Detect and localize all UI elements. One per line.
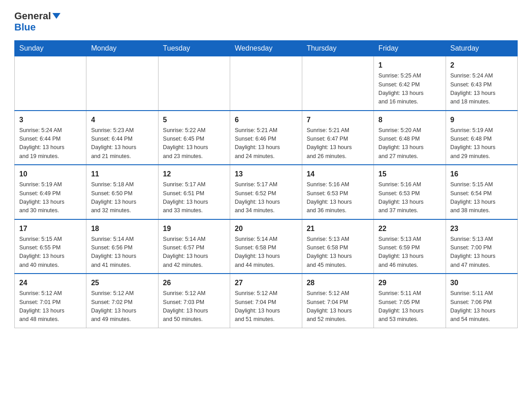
day-info: Sunrise: 5:23 AM Sunset: 6:44 PM Dayligh…	[91, 126, 153, 161]
calendar-table: SundayMondayTuesdayWednesdayThursdayFrid…	[14, 40, 518, 328]
day-info: Sunrise: 5:21 AM Sunset: 6:46 PM Dayligh…	[235, 126, 297, 161]
logo: General Blue	[14, 11, 60, 33]
day-info: Sunrise: 5:11 AM Sunset: 7:05 PM Dayligh…	[378, 289, 441, 324]
day-number: 3	[19, 115, 82, 125]
day-number: 23	[450, 223, 513, 234]
day-number: 13	[235, 169, 297, 180]
day-info: Sunrise: 5:12 AM Sunset: 7:04 PM Dayligh…	[235, 289, 297, 324]
calendar-week-row: 1Sunrise: 5:25 AM Sunset: 6:42 PM Daylig…	[15, 56, 518, 111]
day-number: 30	[450, 278, 513, 288]
day-number: 19	[163, 223, 225, 234]
calendar-week-row: 10Sunrise: 5:19 AM Sunset: 6:49 PM Dayli…	[15, 165, 518, 219]
calendar-cell: 20Sunrise: 5:14 AM Sunset: 6:58 PM Dayli…	[230, 219, 302, 274]
weekday-header-sunday: Sunday	[15, 41, 86, 56]
day-info: Sunrise: 5:24 AM Sunset: 6:43 PM Dayligh…	[450, 72, 513, 107]
weekday-header-friday: Friday	[374, 41, 446, 56]
calendar-cell: 12Sunrise: 5:17 AM Sunset: 6:51 PM Dayli…	[158, 165, 230, 219]
calendar-cell: 10Sunrise: 5:19 AM Sunset: 6:49 PM Dayli…	[15, 165, 86, 219]
day-info: Sunrise: 5:18 AM Sunset: 6:50 PM Dayligh…	[91, 180, 153, 215]
day-info: Sunrise: 5:17 AM Sunset: 6:51 PM Dayligh…	[163, 180, 225, 215]
day-info: Sunrise: 5:12 AM Sunset: 7:01 PM Dayligh…	[19, 289, 82, 324]
day-info: Sunrise: 5:13 AM Sunset: 6:58 PM Dayligh…	[307, 235, 369, 270]
calendar-cell: 23Sunrise: 5:13 AM Sunset: 7:00 PM Dayli…	[446, 219, 517, 274]
day-number: 26	[163, 278, 225, 288]
calendar-cell: 30Sunrise: 5:11 AM Sunset: 7:06 PM Dayli…	[446, 274, 517, 328]
day-number: 20	[235, 223, 297, 234]
calendar-header-row: SundayMondayTuesdayWednesdayThursdayFrid…	[15, 41, 518, 56]
day-number: 27	[235, 278, 297, 288]
calendar-cell: 29Sunrise: 5:11 AM Sunset: 7:05 PM Dayli…	[374, 274, 446, 328]
day-info: Sunrise: 5:17 AM Sunset: 6:52 PM Dayligh…	[235, 180, 297, 215]
calendar-cell: 1Sunrise: 5:25 AM Sunset: 6:42 PM Daylig…	[374, 56, 446, 111]
calendar-cell: 27Sunrise: 5:12 AM Sunset: 7:04 PM Dayli…	[230, 274, 302, 328]
day-info: Sunrise: 5:13 AM Sunset: 7:00 PM Dayligh…	[450, 235, 513, 270]
calendar-cell: 8Sunrise: 5:20 AM Sunset: 6:48 PM Daylig…	[374, 111, 446, 165]
day-info: Sunrise: 5:25 AM Sunset: 6:42 PM Dayligh…	[378, 72, 441, 107]
calendar-cell: 22Sunrise: 5:13 AM Sunset: 6:59 PM Dayli…	[374, 219, 446, 274]
calendar-cell: 17Sunrise: 5:15 AM Sunset: 6:55 PM Dayli…	[15, 219, 86, 274]
day-info: Sunrise: 5:12 AM Sunset: 7:04 PM Dayligh…	[307, 289, 369, 324]
calendar-cell: 3Sunrise: 5:24 AM Sunset: 6:44 PM Daylig…	[15, 111, 86, 165]
day-info: Sunrise: 5:20 AM Sunset: 6:48 PM Dayligh…	[378, 126, 441, 161]
calendar-cell: 2Sunrise: 5:24 AM Sunset: 6:43 PM Daylig…	[446, 56, 517, 111]
day-info: Sunrise: 5:13 AM Sunset: 6:59 PM Dayligh…	[378, 235, 441, 270]
day-info: Sunrise: 5:14 AM Sunset: 6:57 PM Dayligh…	[163, 235, 225, 270]
calendar-cell: 9Sunrise: 5:19 AM Sunset: 6:48 PM Daylig…	[446, 111, 517, 165]
day-info: Sunrise: 5:15 AM Sunset: 6:54 PM Dayligh…	[450, 180, 513, 215]
day-info: Sunrise: 5:21 AM Sunset: 6:47 PM Dayligh…	[307, 126, 369, 161]
day-number: 11	[91, 169, 153, 180]
day-number: 6	[235, 115, 297, 125]
calendar-cell: 19Sunrise: 5:14 AM Sunset: 6:57 PM Dayli…	[158, 219, 230, 274]
calendar-cell: 13Sunrise: 5:17 AM Sunset: 6:52 PM Dayli…	[230, 165, 302, 219]
day-info: Sunrise: 5:15 AM Sunset: 6:55 PM Dayligh…	[19, 235, 82, 270]
day-info: Sunrise: 5:16 AM Sunset: 6:53 PM Dayligh…	[378, 180, 441, 215]
calendar-cell: 28Sunrise: 5:12 AM Sunset: 7:04 PM Dayli…	[302, 274, 373, 328]
day-number: 25	[91, 278, 153, 288]
calendar-cell	[15, 56, 86, 111]
day-number: 17	[19, 223, 82, 234]
calendar-cell	[86, 56, 158, 111]
calendar-cell: 5Sunrise: 5:22 AM Sunset: 6:45 PM Daylig…	[158, 111, 230, 165]
day-number: 5	[163, 115, 225, 125]
calendar-cell: 25Sunrise: 5:12 AM Sunset: 7:02 PM Dayli…	[86, 274, 158, 328]
day-info: Sunrise: 5:19 AM Sunset: 6:48 PM Dayligh…	[450, 126, 513, 161]
calendar-cell: 21Sunrise: 5:13 AM Sunset: 6:58 PM Dayli…	[302, 219, 373, 274]
calendar-cell: 14Sunrise: 5:16 AM Sunset: 6:53 PM Dayli…	[302, 165, 373, 219]
calendar-cell: 26Sunrise: 5:12 AM Sunset: 7:03 PM Dayli…	[158, 274, 230, 328]
day-number: 1	[378, 60, 441, 71]
weekday-header-wednesday: Wednesday	[230, 41, 302, 56]
calendar-cell: 11Sunrise: 5:18 AM Sunset: 6:50 PM Dayli…	[86, 165, 158, 219]
calendar-cell: 7Sunrise: 5:21 AM Sunset: 6:47 PM Daylig…	[302, 111, 373, 165]
day-number: 29	[378, 278, 441, 288]
calendar-cell: 18Sunrise: 5:14 AM Sunset: 6:56 PM Dayli…	[86, 219, 158, 274]
weekday-header-monday: Monday	[86, 41, 158, 56]
calendar-week-row: 3Sunrise: 5:24 AM Sunset: 6:44 PM Daylig…	[15, 111, 518, 165]
day-info: Sunrise: 5:19 AM Sunset: 6:49 PM Dayligh…	[19, 180, 82, 215]
page-header: General Blue	[14, 11, 518, 33]
calendar-cell	[158, 56, 230, 111]
day-info: Sunrise: 5:22 AM Sunset: 6:45 PM Dayligh…	[163, 126, 225, 161]
day-number: 10	[19, 169, 82, 180]
day-number: 21	[307, 223, 369, 234]
calendar-week-row: 17Sunrise: 5:15 AM Sunset: 6:55 PM Dayli…	[15, 219, 518, 274]
calendar-cell	[230, 56, 302, 111]
calendar-cell: 24Sunrise: 5:12 AM Sunset: 7:01 PM Dayli…	[15, 274, 86, 328]
day-number: 16	[450, 169, 513, 180]
calendar-cell: 4Sunrise: 5:23 AM Sunset: 6:44 PM Daylig…	[86, 111, 158, 165]
day-number: 18	[91, 223, 153, 234]
calendar-cell: 6Sunrise: 5:21 AM Sunset: 6:46 PM Daylig…	[230, 111, 302, 165]
day-number: 2	[450, 60, 513, 71]
day-number: 24	[19, 278, 82, 288]
day-number: 4	[91, 115, 153, 125]
day-info: Sunrise: 5:12 AM Sunset: 7:02 PM Dayligh…	[91, 289, 153, 324]
day-number: 12	[163, 169, 225, 180]
calendar-week-row: 24Sunrise: 5:12 AM Sunset: 7:01 PM Dayli…	[15, 274, 518, 328]
calendar-cell	[302, 56, 373, 111]
logo-general: General	[14, 11, 60, 21]
weekday-header-saturday: Saturday	[446, 41, 517, 56]
day-number: 7	[307, 115, 369, 125]
day-number: 22	[378, 223, 441, 234]
day-info: Sunrise: 5:12 AM Sunset: 7:03 PM Dayligh…	[163, 289, 225, 324]
day-number: 14	[307, 169, 369, 180]
calendar-cell: 15Sunrise: 5:16 AM Sunset: 6:53 PM Dayli…	[374, 165, 446, 219]
